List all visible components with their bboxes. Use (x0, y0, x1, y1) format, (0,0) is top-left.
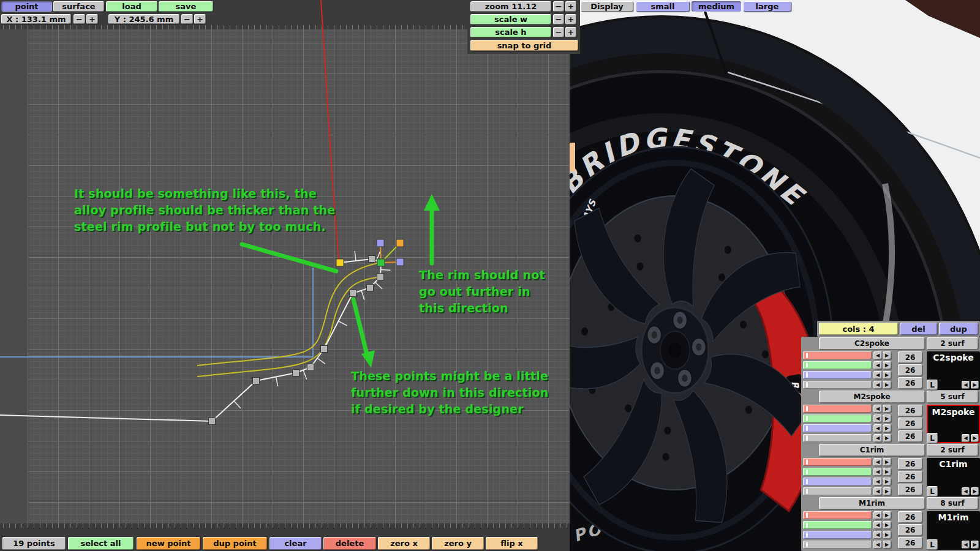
slider-left-arrow-button[interactable]: ◀ (873, 487, 882, 495)
slider-left-arrow-button[interactable]: ◀ (873, 521, 882, 529)
slider-right-arrow-button[interactable]: ▶ (883, 521, 891, 529)
scale-w-plus-button[interactable]: + (565, 14, 576, 24)
scale-w-button[interactable]: scale w (470, 14, 551, 24)
zero-y-button[interactable]: zero y (432, 537, 484, 550)
l-toggle-button[interactable]: L (927, 380, 938, 390)
slider-handle[interactable] (806, 372, 808, 378)
zero-x-button[interactable]: zero x (378, 537, 430, 550)
channel-slider[interactable] (803, 541, 872, 549)
value-button[interactable]: 26 (898, 418, 922, 429)
slider-handle[interactable] (806, 469, 808, 474)
slider-left-arrow-button[interactable]: ◀ (873, 531, 882, 539)
slider-handle[interactable] (806, 532, 808, 538)
point-mode-button[interactable]: point (1, 1, 52, 12)
preview-left-arrow-button[interactable]: ◀ (962, 487, 970, 495)
channel-slider[interactable] (803, 405, 872, 413)
slider-handle[interactable] (806, 353, 808, 358)
preview-right-arrow-button[interactable]: ▶ (971, 381, 979, 389)
slider-right-arrow-button[interactable]: ▶ (883, 361, 891, 369)
slider-right-arrow-button[interactable]: ▶ (883, 351, 891, 359)
slider-left-arrow-button[interactable]: ◀ (873, 424, 882, 432)
slider-right-arrow-button[interactable]: ▶ (883, 511, 891, 519)
value-button[interactable]: 26 (898, 430, 922, 442)
scale-h-plus-button[interactable]: + (565, 27, 576, 37)
zoom-plus-button[interactable]: + (565, 1, 576, 12)
channel-slider[interactable] (803, 487, 872, 495)
value-button[interactable]: 26 (898, 484, 922, 495)
x-plus-button[interactable]: + (86, 14, 98, 24)
slider-right-arrow-button[interactable]: ▶ (883, 458, 891, 466)
slider-handle[interactable] (806, 512, 808, 518)
preview-left-arrow-button[interactable]: ◀ (962, 381, 970, 389)
slider-left-arrow-button[interactable]: ◀ (873, 458, 882, 466)
display-button[interactable]: Display (581, 1, 633, 12)
slider-right-arrow-button[interactable]: ▶ (883, 405, 891, 413)
dup-surface-button[interactable]: dup (939, 323, 978, 335)
y-plus-button[interactable]: + (194, 14, 206, 24)
channel-slider[interactable] (803, 468, 872, 476)
value-button[interactable]: 26 (898, 377, 922, 389)
cols-count-button[interactable]: cols : 4 (819, 323, 898, 335)
new-point-button[interactable]: new point (137, 537, 200, 550)
scale-h-button[interactable]: scale h (470, 27, 551, 37)
value-button[interactable]: 26 (898, 405, 922, 416)
scale-h-minus-button[interactable]: − (553, 27, 564, 37)
channel-slider[interactable] (803, 381, 872, 389)
value-button[interactable]: 26 (898, 351, 922, 363)
channel-slider[interactable] (803, 511, 872, 519)
surface-name-button-M1rim[interactable]: M1rim (819, 497, 925, 509)
value-button[interactable]: 26 (898, 458, 922, 470)
slider-handle[interactable] (806, 382, 808, 388)
slider-handle[interactable] (806, 406, 808, 411)
slider-left-arrow-button[interactable]: ◀ (873, 478, 882, 485)
slider-handle[interactable] (806, 362, 808, 368)
preview-right-arrow-button[interactable]: ▶ (971, 487, 979, 495)
surface-name-button-M2spoke[interactable]: M2spoke (819, 391, 925, 403)
load-button[interactable]: load (106, 1, 157, 12)
flip-x-button[interactable]: flip x (486, 537, 538, 550)
scale-w-minus-button[interactable]: − (553, 14, 564, 24)
slider-left-arrow-button[interactable]: ◀ (873, 468, 882, 476)
slider-left-arrow-button[interactable]: ◀ (873, 381, 882, 389)
clear-button[interactable]: clear (270, 537, 322, 550)
x-minus-button[interactable]: − (74, 14, 85, 24)
save-button[interactable]: save (159, 1, 213, 12)
y-minus-button[interactable]: − (181, 14, 193, 24)
slider-right-arrow-button[interactable]: ▶ (883, 487, 891, 495)
slider-right-arrow-button[interactable]: ▶ (883, 371, 891, 379)
slider-right-arrow-button[interactable]: ▶ (883, 381, 891, 389)
channel-slider[interactable] (803, 361, 872, 369)
slider-handle[interactable] (806, 435, 808, 441)
slider-left-arrow-button[interactable]: ◀ (873, 414, 882, 422)
channel-slider[interactable] (803, 371, 872, 379)
preview-left-arrow-button[interactable]: ◀ (962, 541, 970, 549)
value-button[interactable]: 26 (898, 524, 922, 536)
slider-handle[interactable] (806, 479, 808, 484)
slider-left-arrow-button[interactable]: ◀ (873, 511, 882, 519)
slider-handle[interactable] (806, 522, 808, 528)
slider-left-arrow-button[interactable]: ◀ (873, 371, 882, 379)
dup-point-button[interactable]: dup point (203, 537, 267, 550)
channel-slider[interactable] (803, 531, 872, 539)
slider-right-arrow-button[interactable]: ▶ (883, 414, 891, 422)
slider-left-arrow-button[interactable]: ◀ (873, 434, 882, 442)
channel-slider[interactable] (803, 478, 872, 485)
channel-slider[interactable] (803, 351, 872, 359)
slider-handle[interactable] (806, 416, 808, 421)
preview-right-arrow-button[interactable]: ▶ (971, 434, 979, 442)
slider-left-arrow-button[interactable]: ◀ (873, 405, 882, 413)
slider-right-arrow-button[interactable]: ▶ (883, 478, 891, 485)
channel-slider[interactable] (803, 424, 872, 432)
display-small-button[interactable]: small (636, 1, 690, 12)
slider-left-arrow-button[interactable]: ◀ (873, 351, 882, 359)
slider-right-arrow-button[interactable]: ▶ (883, 424, 891, 432)
channel-slider[interactable] (803, 414, 872, 422)
slider-left-arrow-button[interactable]: ◀ (873, 361, 882, 369)
preview-right-arrow-button[interactable]: ▶ (971, 541, 979, 549)
value-button[interactable]: 26 (898, 471, 922, 482)
surface-name-button-C2spoke[interactable]: C2spoke (819, 337, 925, 350)
slider-handle[interactable] (806, 459, 808, 465)
surface-mode-button[interactable]: surface (53, 1, 104, 12)
value-button[interactable]: 26 (898, 364, 922, 376)
slider-right-arrow-button[interactable]: ▶ (883, 468, 891, 476)
